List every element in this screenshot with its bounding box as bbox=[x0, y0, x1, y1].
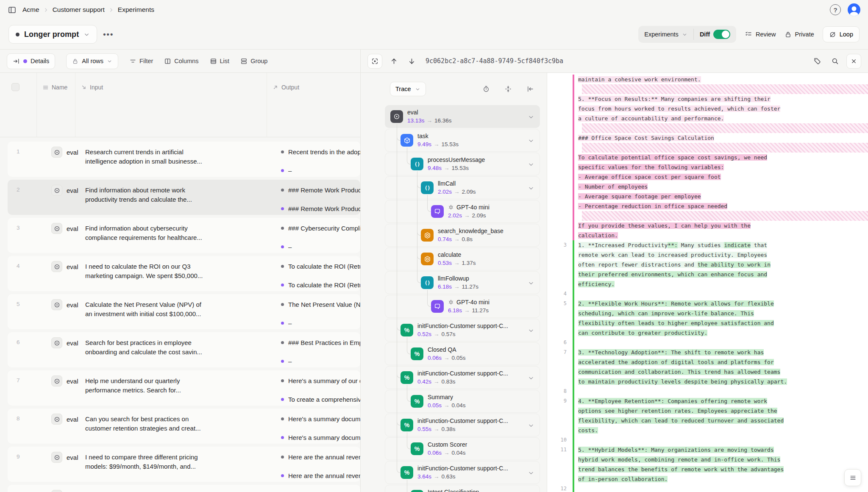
table-row[interactable]: 7evalHelp me understand our quarterly pe… bbox=[8, 370, 360, 406]
list-button[interactable]: List bbox=[210, 58, 230, 65]
chevron-down-icon[interactable] bbox=[528, 327, 534, 334]
trace-span-processusermessage[interactable]: ()processUserMessage9.48s→15.53s bbox=[385, 153, 540, 175]
diff-text bbox=[574, 211, 868, 221]
row-input: Find information about cybersecurity com… bbox=[85, 224, 206, 242]
filter-button[interactable]: Filter bbox=[129, 58, 153, 65]
close-button[interactable] bbox=[846, 54, 861, 69]
chevron-down-icon[interactable] bbox=[528, 422, 534, 429]
trace-span-initfunction-customer-support-c-[interactable]: %initFunction-Customer support-C...0.55s… bbox=[385, 414, 540, 436]
breadcrumb-project[interactable]: Customer support bbox=[53, 6, 105, 14]
score-span-icon: % bbox=[401, 324, 413, 336]
trace-span-calculate[interactable]: calculate0.53s→1.37s bbox=[385, 247, 540, 270]
chevron-down-icon[interactable] bbox=[528, 280, 534, 286]
expand-button[interactable] bbox=[367, 54, 382, 69]
review-button[interactable]: Review bbox=[745, 31, 776, 38]
row-number: 7 bbox=[17, 377, 20, 384]
row-number: 6 bbox=[17, 339, 20, 345]
review-label: Review bbox=[756, 31, 776, 38]
details-button[interactable]: Details bbox=[7, 53, 55, 69]
trace-span-initfunction-customer-support-c-[interactable]: %initFunction-Customer support-C...0.52s… bbox=[385, 319, 540, 342]
diff-removed-line: specific values for the following variab… bbox=[547, 162, 868, 172]
chevron-down-icon[interactable] bbox=[528, 375, 534, 381]
eval-span-icon bbox=[390, 110, 403, 123]
row-number: 4 bbox=[17, 263, 20, 269]
group-button[interactable]: Group bbox=[240, 58, 267, 65]
trace-span-custom-scorer[interactable]: %Custom Scorer0.06s→0.04s bbox=[385, 437, 540, 460]
chevron-down-icon[interactable] bbox=[528, 470, 534, 476]
row-input: Calculate the Net Present Value (NPV) of… bbox=[85, 300, 206, 318]
diff-toggle[interactable] bbox=[713, 30, 730, 39]
chevron-down-icon[interactable] bbox=[528, 161, 534, 168]
row-input: Help me understand our quarterly perform… bbox=[85, 376, 206, 395]
bullet-icon bbox=[281, 322, 284, 325]
more-actions-button[interactable]: ••• bbox=[103, 30, 114, 39]
results-table-section: Details All rows Filter Columns L bbox=[0, 50, 360, 492]
diff-removed-line: a culture of accountability and performa… bbox=[547, 114, 868, 123]
trace-span-intent-classification[interactable]: %Intent Classification0.13s→0.08s bbox=[385, 485, 540, 492]
table-row[interactable]: 8evalCan you search for best practices o… bbox=[8, 409, 360, 444]
trace-span-gpt-4o-mini[interactable]: GPT-4o mini6.18s→11.27s bbox=[385, 295, 540, 318]
collapse-all-icon[interactable] bbox=[502, 83, 515, 95]
trace-span-closed-qa[interactable]: %Closed QA0.06s→0.05s bbox=[385, 342, 540, 365]
trace-span-search-knowledge-base[interactable]: search_knowledge_base0.74s→0.8s bbox=[385, 224, 540, 247]
diff-removed-line: - Average office space cost per square f… bbox=[547, 172, 868, 182]
loop-button[interactable]: Loop bbox=[823, 26, 860, 42]
outline-toggle-button[interactable] bbox=[844, 469, 861, 486]
next-row-button[interactable] bbox=[405, 55, 418, 67]
table-row[interactable]: 2evalFind information about remote work … bbox=[8, 180, 360, 215]
tag-button[interactable] bbox=[811, 55, 823, 67]
breadcrumb-section[interactable]: Experiments bbox=[118, 6, 154, 14]
trace-span-initfunction-customer-support-c-[interactable]: %initFunction-Customer support-C...3.64s… bbox=[385, 461, 540, 484]
collapse-panel-left-icon[interactable] bbox=[524, 83, 537, 95]
private-button[interactable]: Private bbox=[785, 31, 814, 38]
table-row[interactable]: 5evalCalculate the Net Present Value (NP… bbox=[8, 294, 360, 329]
trace-span-gpt-4o-mini[interactable]: GPT-4o mini2.02s→2.09s bbox=[385, 200, 540, 223]
avatar[interactable] bbox=[848, 3, 860, 16]
trace-view-selector[interactable]: Trace bbox=[390, 82, 426, 96]
row-name-cell: eval bbox=[51, 261, 78, 272]
bullet-icon bbox=[281, 207, 284, 210]
table-row[interactable]: 1evalResearch current trends in artifici… bbox=[8, 142, 360, 177]
rows-filter-button[interactable]: All rows bbox=[66, 53, 118, 69]
table-row[interactable]: 4evalI need to calculate the ROI on our … bbox=[8, 256, 360, 291]
diff-added-line: remote work can lead to increased produc… bbox=[547, 250, 868, 260]
diff-text: 5. **Hybrid Models**: Many organizations… bbox=[574, 445, 868, 455]
search-button[interactable] bbox=[829, 55, 841, 67]
span-name: llmFollowup bbox=[438, 275, 469, 282]
column-header-name[interactable]: Name bbox=[42, 84, 67, 91]
diff-removed-line: To calculate potential office space cost… bbox=[547, 153, 868, 162]
chevron-down-icon[interactable] bbox=[528, 114, 534, 120]
trace-span-eval[interactable]: eval13.13s→16.36s bbox=[385, 105, 540, 128]
timing-icon[interactable] bbox=[480, 83, 492, 95]
select-all-checkbox[interactable] bbox=[11, 83, 19, 91]
column-header-output[interactable]: Output bbox=[273, 84, 299, 91]
column-output-label: Output bbox=[281, 84, 299, 91]
tool-span-icon bbox=[421, 253, 434, 265]
table-row[interactable]: 3evalFind information about cybersecurit… bbox=[8, 218, 360, 253]
trace-span-initfunction-customer-support-c-[interactable]: %initFunction-Customer support-C...0.42s… bbox=[385, 366, 540, 389]
eval-span-icon bbox=[51, 337, 62, 348]
row-name-cell: eval bbox=[51, 337, 78, 348]
trace-span-llmcall[interactable]: ()llmCall2.02s→2.09s bbox=[385, 176, 540, 199]
table-row[interactable]: 6evalSearch for best practices in employ… bbox=[8, 332, 360, 367]
chevron-down-icon[interactable] bbox=[528, 137, 534, 144]
columns-button[interactable]: Columns bbox=[164, 58, 198, 65]
view-selector[interactable]: Experiments bbox=[638, 26, 693, 43]
row-output: Here's a summary of our qTo create a com… bbox=[281, 377, 360, 403]
table-row[interactable]: 9evalI need to compare three different p… bbox=[8, 447, 360, 482]
previous-row-button[interactable] bbox=[387, 55, 400, 67]
trace-span-task[interactable]: task9.49s→15.53s bbox=[385, 129, 540, 152]
trace-span-summary[interactable]: %Summary0.05s→0.04s bbox=[385, 390, 540, 413]
column-header-input[interactable]: Input bbox=[81, 84, 103, 91]
row-name: eval bbox=[67, 263, 78, 270]
bullet-icon bbox=[281, 227, 284, 230]
page-title: Longer prompt bbox=[24, 30, 79, 39]
sidebar-toggle-icon[interactable] bbox=[8, 6, 17, 14]
experiment-selector[interactable]: Longer prompt bbox=[8, 25, 97, 44]
trace-span-llmfollowup[interactable]: ()llmFollowup6.18s→11.27s bbox=[385, 271, 540, 294]
chevron-down-icon[interactable] bbox=[528, 185, 534, 192]
table-row[interactable]: 10evalResearch industry standards for Sa… bbox=[8, 485, 360, 492]
help-button[interactable]: ? bbox=[830, 4, 841, 15]
output-line-1: Here are the annual revenu bbox=[281, 453, 360, 461]
breadcrumb-org[interactable]: Acme bbox=[22, 6, 39, 14]
